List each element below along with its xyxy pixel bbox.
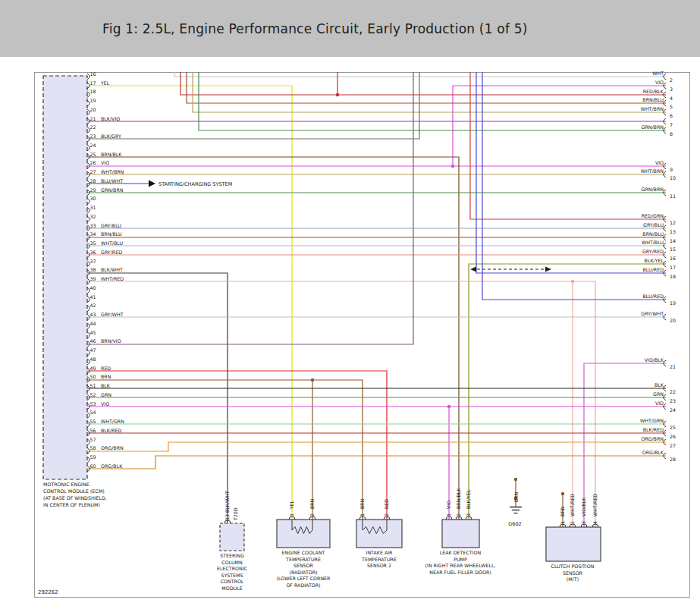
component-caption-line: SYSTEMS — [221, 573, 243, 578]
wire-whtbrn-6 — [193, 72, 666, 112]
ecm-pin-44: 44 — [87, 321, 96, 329]
harness-pin-number: 18 — [670, 274, 676, 279]
ecm-caption-line: IN CENTER OF PLENUM) — [43, 502, 100, 507]
wire-line — [87, 157, 459, 520]
ecm-pin-32: 32 — [87, 214, 96, 222]
ecm-pin-18: 18 — [87, 89, 96, 97]
ecm-pin-55: 55WHT/GRN — [87, 419, 124, 427]
component-pin-number: 4 — [592, 521, 598, 524]
harness-pin-number: 22 — [670, 389, 676, 394]
ecm-pin-57: 57 — [87, 437, 96, 445]
component-box — [220, 523, 244, 551]
ecm-pin-wire-label: WHT/BRN — [101, 169, 124, 174]
harness-pin-wire-label: GRN/BRN — [642, 187, 664, 192]
ecm-pin-20: 20 — [87, 107, 96, 115]
component-caption-line: TEMPERATURE — [285, 557, 321, 562]
intake-air-temp-sensor-2: 1BRN2REDINTAKE AIRTEMPERATURESENSOR 2 — [356, 498, 402, 568]
ecm-pin-number: 39 — [90, 276, 96, 281]
wire-line — [87, 72, 419, 139]
ecm-pin-38: 38BLK/WHT — [87, 267, 123, 275]
harness-pin-number: 5 — [670, 104, 673, 109]
ecm-pin-wire-label: GRN — [101, 392, 111, 397]
starting-charging-annotation: STARTING/CHARGING SYSTEM — [149, 181, 232, 187]
ecm-pin-wire-label: ORG/BLK — [101, 463, 123, 469]
component-caption-line: INTAKE AIR — [366, 550, 394, 555]
ecm-pin-wire-label: WHT/RED — [101, 276, 124, 281]
ecm-caption-line: CONTROL MODULE (ECM) — [43, 488, 105, 494]
wire-redblk-4 — [180, 72, 666, 96]
ecm-pin-number: 30 — [90, 196, 96, 201]
component-caption-line: CLUTCH POSITION — [551, 564, 595, 569]
ecm-pin-number: 47 — [90, 347, 96, 353]
component-caption-line: ELECTRONIC — [217, 566, 248, 571]
ecm-pin-wire-label: GRY/BLU — [101, 223, 121, 228]
junction-dot — [514, 478, 517, 481]
harness-pin-wire-label: RED/BLK — [643, 89, 664, 94]
figure-id: 292262 — [38, 589, 58, 595]
ecm-pin-17: 17YEL — [87, 80, 110, 89]
wire-vio-9 — [87, 165, 666, 168]
ecm-pin-24: 24 — [87, 143, 96, 151]
component-caption-line: (LOWER LEFT CORNER — [277, 576, 331, 581]
harness-pin-number: 11 — [670, 193, 676, 199]
ecm-pin-29: 29GRN/BRN — [87, 187, 124, 196]
component-caption-line: (RADIATOR) — [289, 570, 317, 575]
harness-pin-number: 3 — [670, 86, 673, 92]
component-pin-number: 2 — [570, 521, 575, 524]
component-pin-wire-label: BRN — [359, 498, 365, 509]
ecm-pin-number: 17 — [90, 80, 96, 86]
harness-pin-wire-label: BLK/YEL — [645, 258, 664, 263]
harness-pin-number: 19 — [670, 300, 676, 306]
harness-pin-wire-label: ORG/BLK — [642, 450, 664, 455]
wire-line — [87, 281, 595, 527]
harness-pin-wire-label: WHT/BLU — [642, 240, 664, 245]
ecm-pin-number: 42 — [90, 303, 96, 308]
harness-pin-wire-label: GRY/BLU — [643, 222, 664, 228]
component-connector-label: T20D — [233, 507, 238, 521]
ecm-pin-number: 41 — [90, 294, 96, 300]
ecm-pin-number: 27 — [90, 169, 96, 174]
ecm-pin-number: 59 — [90, 454, 96, 460]
ecm-pin-39: 39WHT/RED — [87, 276, 124, 284]
ecm-pin-number: 48 — [90, 356, 96, 362]
arrowhead-right-icon — [545, 267, 551, 272]
harness-pin-wire-label: WHT/BRN — [641, 168, 664, 174]
wire-line — [193, 72, 666, 112]
ecm-pin-37: 37 — [87, 259, 96, 267]
component-pin-number: 1 — [289, 513, 294, 517]
harness-pin-wire-label: GRY/RED — [642, 249, 664, 254]
harness-pin-wire-label: GRN/BRN — [642, 124, 664, 130]
ecm-pin-number: 56 — [90, 428, 96, 433]
wire-blkgry-23 — [87, 72, 419, 139]
ecm-pin-48: 48 — [87, 356, 96, 365]
ecm-pin-number: 29 — [90, 187, 96, 193]
ecm-pin-number: 34 — [90, 231, 96, 237]
harness-pin-number: 12 — [670, 220, 676, 225]
ground-g602: G602 — [508, 507, 522, 528]
component-pin-wire-label: VIO — [446, 501, 451, 509]
ecm-pin-wire-label: VIO — [101, 160, 109, 165]
ecm-pin-wire-label: BLK/WHT — [101, 267, 123, 272]
wire-orgblk-28 — [87, 456, 666, 469]
harness-pin-number: 9 — [670, 167, 673, 172]
harness-pin-number: 7 — [670, 122, 673, 127]
harness-pin-number: 14 — [670, 238, 676, 243]
wire-brnblk-ldp2 — [87, 157, 459, 520]
harness-pin-number: 4 — [670, 96, 673, 101]
ecm-pin-45: 45 — [87, 330, 96, 338]
component-pin-number: 3 — [466, 513, 471, 517]
wire-vio-24 — [87, 405, 666, 408]
component-pin-number: 1 — [560, 521, 565, 524]
component-caption-line: (M/T) — [567, 576, 579, 582]
ecm-pin-47: 47 — [87, 347, 96, 356]
harness-pin-wire-label: ORG/BRN — [641, 436, 664, 441]
ecm-pin-35: 35WHT/BLU — [87, 240, 123, 249]
ecm-pin-27: 27WHT/BRN — [87, 169, 124, 177]
ecm-pin-50: 50BRN — [87, 374, 111, 382]
component-box — [546, 527, 601, 561]
harness-pin-wire-label: GRY/WHT — [641, 311, 664, 316]
ecm-pin-22: 22 — [87, 124, 96, 133]
component-box — [442, 520, 479, 548]
ecm-pin-number: 28 — [90, 178, 96, 184]
ecm-pin-number: 49 — [90, 366, 96, 371]
